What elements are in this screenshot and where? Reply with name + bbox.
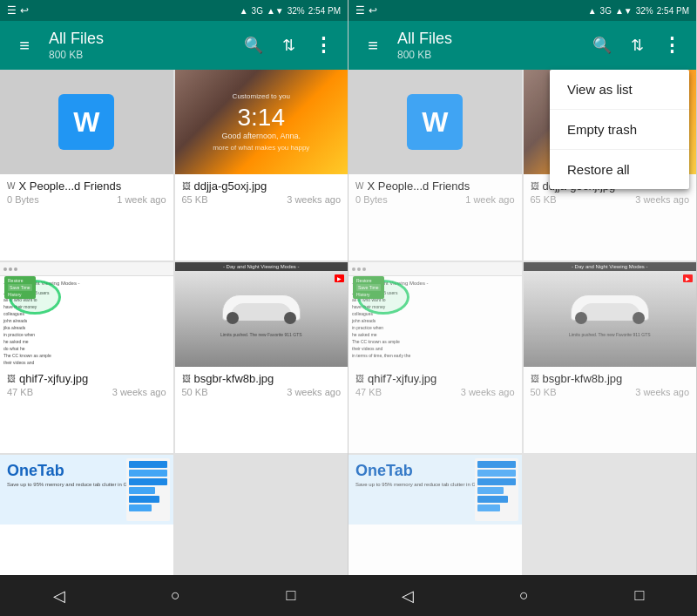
file-size-landscape: 65 KB xyxy=(182,194,208,205)
file-meta-chrome-r: 47 KB 3 weeks ago xyxy=(355,387,515,397)
battery-label-r: 32% xyxy=(636,6,653,16)
filter-button-r[interactable]: ⇅ xyxy=(626,36,647,55)
recent-button-right[interactable]: □ xyxy=(634,586,644,605)
word-icon: W xyxy=(58,94,114,150)
file-name-chrome-r: 🖼 qhif7-xjfuy.jpg xyxy=(355,372,515,385)
thumb-label: more of what makes you happy xyxy=(206,144,316,152)
menu-status-icon-r: ☰ xyxy=(355,4,365,17)
file-thumb-onetab: OneTab Save up to 95% memory and reduce … xyxy=(0,455,173,525)
more-options-button[interactable]: ⋮ xyxy=(313,34,334,57)
storage-subtitle-r: 800 KB xyxy=(397,49,578,61)
file-thumb-onetab-r: OneTab Save up to 95% memory and reduce … xyxy=(348,455,522,525)
file-item-onetab[interactable]: OneTab Save up to 95% memory and reduce … xyxy=(0,455,173,575)
file-date-chrome: 3 weeks ago xyxy=(112,387,166,397)
status-bar-right: ☰ ↩ ▲ 3G ▲▼ 32% 2:54 PM xyxy=(348,0,696,21)
file-thumb-chrome-r: - Day and Night Viewing Modes - Jika, yo… xyxy=(348,262,522,367)
back-status-icon: ↩ xyxy=(20,4,29,17)
hamburger-menu-button-r[interactable]: ≡ xyxy=(362,36,383,56)
word-icon-r: W xyxy=(407,94,463,150)
file-name-car-r: 🖼 bsgbr-kfw8b.jpg xyxy=(531,372,690,385)
signal-label: 3G xyxy=(252,6,263,16)
image-type-icon2: 🖼 xyxy=(7,374,16,383)
network-icon: ▲ xyxy=(240,6,248,16)
file-size-chrome: 47 KB xyxy=(7,387,33,397)
file-date-car-r: 3 weeks ago xyxy=(635,387,689,397)
file-item-onetab-r[interactable]: OneTab Save up to 95% memory and reduce … xyxy=(348,455,522,575)
back-button-right[interactable]: ◁ xyxy=(402,586,414,606)
chrome-thumbnail-r: - Day and Night Viewing Modes - Jika, yo… xyxy=(348,262,522,367)
file-name-word-r: W X People...d Friends xyxy=(355,179,515,193)
search-button-r[interactable]: 🔍 xyxy=(592,36,612,55)
screen-right: ☰ ↩ ▲ 3G ▲▼ 32% 2:54 PM ≡ All Files 800 … xyxy=(348,0,697,575)
onetab-sidebar xyxy=(126,458,170,521)
file-item-landscape[interactable]: Customized to you 3:14 Good afternoon, A… xyxy=(175,70,348,261)
file-size-word-r: 0 Bytes xyxy=(355,194,388,205)
file-thumb-word-r: W xyxy=(348,70,522,174)
file-name-chrome: 🖼 qhif7-xjfuy.jpg xyxy=(7,372,166,385)
app-title-container-r: All Files 800 KB xyxy=(397,30,578,61)
file-thumb-car-r: - Day and Night Viewing Modes - ▶ Limits… xyxy=(524,262,697,367)
file-info-word: W X People...d Friends 0 Bytes 1 week ag… xyxy=(0,174,173,210)
file-meta-chrome: 47 KB 3 weeks ago xyxy=(7,387,166,397)
signal-label-r: 3G xyxy=(600,6,612,16)
empty-trash-menu-item[interactable]: Empty trash xyxy=(550,110,689,150)
file-size-car-r: 50 KB xyxy=(531,387,557,397)
file-item-word[interactable]: W W X People...d Friends 0 Bytes 1 week … xyxy=(0,70,173,261)
image-type-icon-r: 🖼 xyxy=(531,181,539,191)
file-item-car-r[interactable]: - Day and Night Viewing Modes - ▶ Limits… xyxy=(524,262,697,453)
thumb-greeting: Good afternoon, Anna. xyxy=(221,132,301,140)
filter-button[interactable]: ⇅ xyxy=(278,36,299,55)
time-label-r: 2:54 PM xyxy=(657,6,689,16)
file-name-word: W X People...d Friends xyxy=(7,179,166,193)
recent-button-left[interactable]: □ xyxy=(286,586,295,605)
file-info-chrome-r: 🖼 qhif7-xjfuy.jpg 47 KB 3 weeks ago xyxy=(348,367,522,403)
view-as-list-menu-item[interactable]: View as list xyxy=(550,70,689,110)
file-item-chrome-r[interactable]: - Day and Night Viewing Modes - Jika, yo… xyxy=(348,262,522,453)
onetab-thumbnail-r: OneTab Save up to 95% memory and reduce … xyxy=(348,455,522,525)
file-meta-word: 0 Bytes 1 week ago xyxy=(7,194,166,205)
restore-all-menu-item[interactable]: Restore all xyxy=(550,150,689,189)
screen-left: ☰ ↩ ▲ 3G ▲▼ 32% 2:54 PM ≡ All Files 800 … xyxy=(0,0,348,575)
context-dropdown-menu: View as list Empty trash Restore all xyxy=(550,70,689,189)
file-info-car: 🖼 bsgbr-kfw8b.jpg 50 KB 3 weeks ago xyxy=(175,367,348,403)
file-date-landscape-r: 3 weeks ago xyxy=(635,194,689,205)
word-type-icon: W xyxy=(7,181,15,191)
file-name-landscape: 🖼 ddjja-g5oxj.jpg xyxy=(182,179,342,193)
time-label: 2:54 PM xyxy=(308,6,341,16)
app-title-container: All Files 800 KB xyxy=(49,30,229,61)
file-date-chrome-r: 3 weeks ago xyxy=(461,387,515,397)
file-size-word: 0 Bytes xyxy=(7,194,39,205)
chrome-menu-overlay: Restore Save Time History xyxy=(4,276,36,299)
image-type-icon2-r: 🖼 xyxy=(355,374,364,383)
file-meta-landscape-r: 65 KB 3 weeks ago xyxy=(531,194,690,205)
menu-status-icon: ☰ xyxy=(7,4,17,17)
file-item-chrome[interactable]: - Day and Night Viewing Modes - Jika, yo… xyxy=(0,262,173,453)
app-bar-right: ≡ All Files 800 KB 🔍 ⇅ ⋮ xyxy=(348,21,696,70)
status-bar-left: ☰ ↩ ▲ 3G ▲▼ 32% 2:54 PM xyxy=(0,0,348,21)
app-bar-left: ≡ All Files 800 KB 🔍 ⇅ ⋮ xyxy=(0,21,348,70)
storage-subtitle: 800 KB xyxy=(49,49,229,61)
search-button[interactable]: 🔍 xyxy=(243,36,264,55)
image-type-icon: 🖼 xyxy=(182,181,191,191)
file-name-car: 🖼 bsgbr-kfw8b.jpg xyxy=(182,372,342,385)
back-button-left[interactable]: ◁ xyxy=(53,586,65,606)
more-options-button-r[interactable]: ⋮ xyxy=(661,34,682,57)
home-button-right[interactable]: ○ xyxy=(519,586,529,605)
file-meta-car: 50 KB 3 weeks ago xyxy=(182,387,342,397)
file-thumb-car: - Day and Night Viewing Modes - ▶ xyxy=(175,262,348,367)
hamburger-menu-button[interactable]: ≡ xyxy=(14,36,35,56)
file-size-car: 50 KB xyxy=(182,387,208,397)
file-item-car[interactable]: - Day and Night Viewing Modes - ▶ xyxy=(175,262,348,453)
file-info-landscape: 🖼 ddjja-g5oxj.jpg 65 KB 3 weeks ago xyxy=(175,174,348,210)
image-type-icon3: 🖼 xyxy=(182,374,191,383)
file-info-chrome: 🖼 qhif7-xjfuy.jpg 47 KB 3 weeks ago xyxy=(0,367,173,403)
file-date-word-r: 1 week ago xyxy=(465,194,514,205)
home-button-left[interactable]: ○ xyxy=(171,586,180,605)
file-size-chrome-r: 47 KB xyxy=(355,387,382,397)
file-date-word: 1 week ago xyxy=(117,194,166,205)
word-type-icon-r: W xyxy=(355,181,363,191)
car-thumbnail: - Day and Night Viewing Modes - ▶ xyxy=(175,262,348,367)
file-item-word-r[interactable]: W W X People...d Friends 0 Bytes 1 week … xyxy=(348,70,522,261)
battery-label: 32% xyxy=(288,6,305,16)
file-meta-landscape: 65 KB 3 weeks ago xyxy=(182,194,342,205)
